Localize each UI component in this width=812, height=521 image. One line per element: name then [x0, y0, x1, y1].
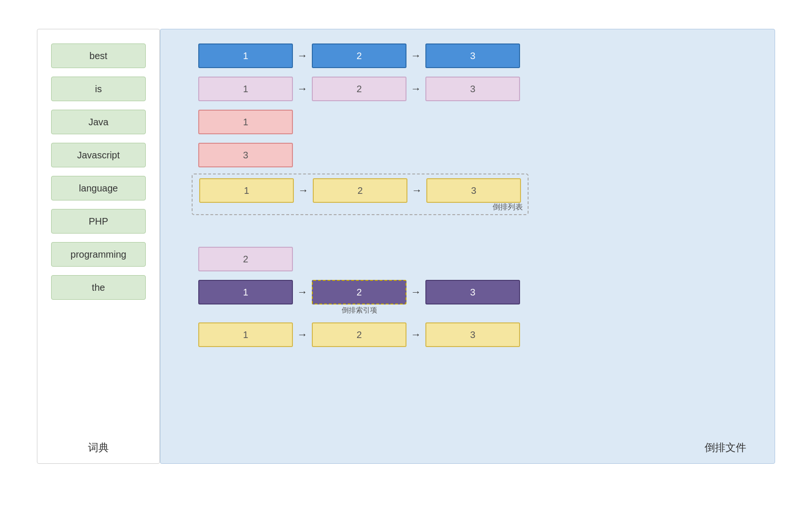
inv-cell-best-3: 3	[425, 43, 520, 68]
inv-cell-the-1: 1	[198, 322, 293, 347]
inv-cell-prog-1: 1	[198, 280, 293, 304]
inv-cell-javascript-3: 3	[198, 143, 293, 167]
arrow-is-1-2: →	[293, 77, 312, 101]
inv-row-java: 1	[198, 110, 293, 134]
inv-cell-the-2: 2	[312, 322, 406, 347]
arrow-language-2-3: →	[407, 178, 426, 203]
inv-entry-label: 倒排索引项	[342, 306, 377, 315]
inv-row-the: 1 → 2 → 3	[198, 322, 520, 347]
dict-item-php: PHP	[51, 209, 146, 234]
dict-item-programming: programming	[51, 242, 146, 267]
arrow-is-2-3: →	[406, 77, 425, 101]
inv-row-php: 2	[198, 247, 293, 271]
arrow-the-1-2: →	[293, 322, 312, 347]
arrow-prog-1-2: →	[293, 280, 312, 304]
dict-panel: best is Java Javascript language PHP pro…	[37, 29, 160, 464]
inv-row-javascript: 3	[198, 143, 293, 167]
dict-item-javascript: Javascript	[51, 143, 146, 167]
dict-item-best: best	[51, 43, 146, 68]
inv-cell-best-1: 1	[198, 43, 293, 68]
dict-label: 词典	[88, 441, 109, 455]
inv-cell-prog-3: 3	[425, 280, 520, 304]
diagram-wrapper: best is Java Javascript language PHP pro…	[37, 29, 775, 492]
inv-file-label: 倒排文件	[705, 441, 746, 455]
inv-cell-is-2: 2	[312, 77, 406, 101]
inv-row-language: 1 → 2 → 3	[199, 178, 521, 203]
inv-panel: 1 → 2 → 3 1 → 2 → 3 1 3 1 → 2 →	[160, 29, 775, 464]
inv-cell-the-3: 3	[425, 322, 520, 347]
inv-cell-java-1: 1	[198, 110, 293, 134]
inv-cell-php-2: 2	[198, 247, 293, 271]
inv-cell-best-2: 2	[312, 43, 406, 68]
inv-cell-language-2: 2	[313, 178, 407, 203]
arrow-best-1-2: →	[293, 43, 312, 68]
inv-row-programming: 1 → 2 倒排索引项 → 3	[198, 280, 520, 318]
dict-item-java: Java	[51, 110, 146, 134]
arrow-prog-2-3: →	[406, 280, 425, 304]
arrow-language-1-2: →	[294, 178, 313, 203]
inv-row-language-dashed: 1 → 2 → 3 倒排列表	[192, 174, 529, 215]
inv-cell-is-3: 3	[425, 77, 520, 101]
inv-cell-language-1: 1	[199, 178, 294, 203]
inv-list-label: 倒排列表	[493, 202, 523, 212]
dict-item-language: language	[51, 176, 146, 200]
inv-row-is: 1 → 2 → 3	[198, 77, 520, 101]
inv-cell-prog-2: 2	[312, 280, 406, 304]
arrow-best-2-3: →	[406, 43, 425, 68]
inv-cell-prog-2-wrapper: 2 倒排索引项	[312, 280, 406, 304]
arrow-the-2-3: →	[406, 322, 425, 347]
inv-cell-language-3: 3	[426, 178, 521, 203]
inv-cell-is-1: 1	[198, 77, 293, 101]
dict-item-is: is	[51, 77, 146, 101]
inv-row-best: 1 → 2 → 3	[198, 43, 520, 68]
dict-item-the: the	[51, 275, 146, 300]
